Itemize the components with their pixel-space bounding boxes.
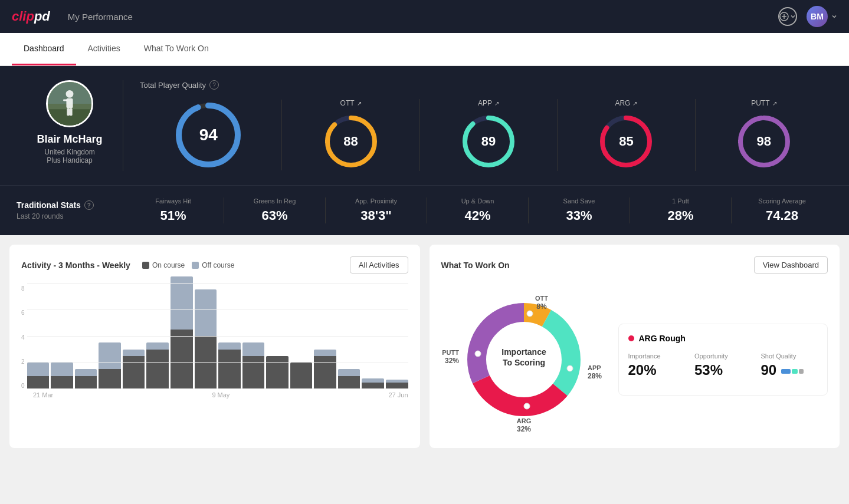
bar-stack-9 bbox=[242, 342, 265, 389]
arg-card-title: ARG Rough bbox=[628, 334, 818, 343]
stat-name-scoring: Scoring Average bbox=[739, 197, 825, 205]
bar-stack-1 bbox=[51, 363, 73, 389]
bar-group-0 bbox=[27, 283, 50, 389]
y-label-4: 4 bbox=[21, 334, 25, 341]
bar-group-14 bbox=[362, 283, 384, 389]
bars-area bbox=[27, 283, 408, 389]
bar-on-1 bbox=[51, 376, 73, 390]
wtwo-panel-title: What To Work On bbox=[441, 261, 510, 270]
bar-on-12 bbox=[314, 356, 336, 389]
trend-icon-ott: ↗ bbox=[357, 100, 362, 107]
x-label-mar: 21 Mar bbox=[33, 391, 53, 398]
svg-rect-5 bbox=[66, 98, 73, 108]
tab-activities[interactable]: Activities bbox=[76, 33, 132, 65]
bar-off-0 bbox=[27, 363, 50, 376]
bar-off-3 bbox=[99, 342, 121, 369]
donut-pct-app: 28% bbox=[588, 372, 602, 380]
plus-icon bbox=[779, 12, 789, 21]
legend-off-course: Off course bbox=[192, 261, 234, 269]
trad-help-icon[interactable]: ? bbox=[84, 200, 94, 210]
bar-on-2 bbox=[75, 376, 97, 390]
score-value-putt: 98 bbox=[757, 134, 771, 149]
bar-on-4 bbox=[123, 356, 145, 389]
bar-group-12 bbox=[314, 283, 336, 389]
all-activities-button[interactable]: All Activities bbox=[350, 256, 408, 274]
chevron-down-icon bbox=[790, 14, 796, 19]
donut-chart-container: Importance To Scoring OTT 8% APP 28% ARG… bbox=[441, 283, 607, 436]
arg-dot-icon bbox=[628, 335, 634, 341]
donut-chart-svg: Importance To Scoring OTT 8% APP 28% ARG… bbox=[441, 283, 607, 436]
bar-off-12 bbox=[314, 350, 336, 356]
bar-stack-10 bbox=[266, 356, 289, 389]
dot-app bbox=[567, 365, 573, 371]
arg-metrics: Importance 20% Opportunity 53% Shot Qual… bbox=[628, 353, 818, 378]
logo[interactable]: clippd bbox=[12, 9, 50, 24]
wtwo-content: Importance To Scoring OTT 8% APP 28% ARG… bbox=[441, 283, 828, 436]
bar-group-2 bbox=[75, 283, 97, 389]
bar-group-4 bbox=[123, 283, 145, 389]
bar-off-13 bbox=[338, 369, 360, 375]
bar-stack-3 bbox=[99, 342, 121, 389]
bar-off-4 bbox=[123, 350, 145, 356]
donut-pct-putt: 32% bbox=[444, 357, 458, 365]
stat-name-proximity: App. Proximity bbox=[333, 197, 419, 205]
bar-stack-4 bbox=[123, 350, 145, 390]
stat-name-oneputt: 1 Putt bbox=[637, 197, 724, 205]
bar-on-13 bbox=[338, 376, 360, 390]
stat-value-proximity: 38'3" bbox=[333, 208, 419, 223]
user-menu[interactable]: BM bbox=[807, 6, 837, 27]
view-dashboard-button[interactable]: View Dashboard bbox=[754, 256, 828, 274]
what-to-work-on-panel: What To Work On View Dashboard bbox=[430, 245, 840, 448]
add-button[interactable] bbox=[778, 7, 797, 26]
bar-stack-13 bbox=[338, 369, 360, 389]
stat-value-scoring: 74.28 bbox=[739, 208, 825, 223]
bar-stack-15 bbox=[386, 380, 408, 389]
bar-off-9 bbox=[242, 342, 265, 356]
stat-proximity: App. Proximity 38'3" bbox=[326, 197, 427, 223]
legend-dot-off bbox=[192, 262, 199, 269]
legend-dot-on bbox=[142, 262, 149, 269]
donut-label-putt: PUTT bbox=[442, 349, 459, 356]
stat-name-sandsave: Sand Save bbox=[536, 197, 622, 205]
score-item-putt: PUTT ↗ 98 bbox=[696, 99, 832, 171]
gauge-app: 89 bbox=[459, 112, 518, 171]
dot-arg bbox=[524, 403, 530, 409]
score-label-ott: OTT ↗ bbox=[340, 99, 362, 107]
trad-subtitle: Last 20 rounds bbox=[17, 212, 123, 220]
bar-group-11 bbox=[290, 283, 313, 389]
arg-metric-shot-quality: Shot Quality 90 bbox=[761, 353, 818, 378]
chart-wrapper: 8 6 4 2 0 bbox=[21, 283, 408, 398]
stat-scoring: Scoring Average 74.28 bbox=[732, 197, 832, 223]
y-label-8: 8 bbox=[21, 285, 25, 292]
arg-card: ARG Rough Importance 20% Opportunity 53%… bbox=[618, 324, 828, 396]
chart-body: 8 6 4 2 0 bbox=[21, 283, 408, 389]
main-score-value: 94 bbox=[199, 126, 218, 144]
bar-group-6 bbox=[171, 283, 193, 389]
dot-ott bbox=[527, 311, 533, 317]
sq-seg-3 bbox=[799, 369, 804, 374]
bar-on-9 bbox=[242, 356, 265, 389]
bar-on-15 bbox=[386, 383, 408, 389]
main-score-item: 94 bbox=[140, 100, 282, 170]
svg-rect-6 bbox=[63, 100, 67, 101]
bottom-panels: Activity - 3 Months - Weekly On course O… bbox=[0, 235, 849, 457]
quality-section: Total Player Quality ? 94 bbox=[123, 80, 832, 171]
tab-dashboard[interactable]: Dashboard bbox=[12, 33, 76, 65]
bar-on-3 bbox=[99, 369, 121, 389]
donut-label-app: APP bbox=[588, 364, 601, 371]
activity-panel-title: Activity - 3 Months - Weekly bbox=[21, 261, 130, 270]
score-value-app: 89 bbox=[481, 134, 496, 149]
header: clippd My Performance BM bbox=[0, 0, 849, 33]
donut-center-line2: To Scoring bbox=[502, 358, 545, 367]
arg-metric-opportunity: Opportunity 53% bbox=[694, 353, 752, 378]
bar-group-3 bbox=[99, 283, 121, 389]
wtwo-panel-header: What To Work On View Dashboard bbox=[441, 256, 828, 274]
stat-value-oneputt: 28% bbox=[637, 208, 724, 223]
trend-icon-app: ↗ bbox=[494, 100, 499, 107]
help-icon[interactable]: ? bbox=[209, 80, 219, 90]
stat-sandsave: Sand Save 33% bbox=[529, 197, 630, 223]
tab-what-to-work-on[interactable]: What To Work On bbox=[132, 33, 221, 65]
bar-off-14 bbox=[362, 378, 384, 383]
stat-value-greens: 63% bbox=[231, 208, 318, 223]
stat-fairways: Fairways Hit 51% bbox=[123, 197, 224, 223]
